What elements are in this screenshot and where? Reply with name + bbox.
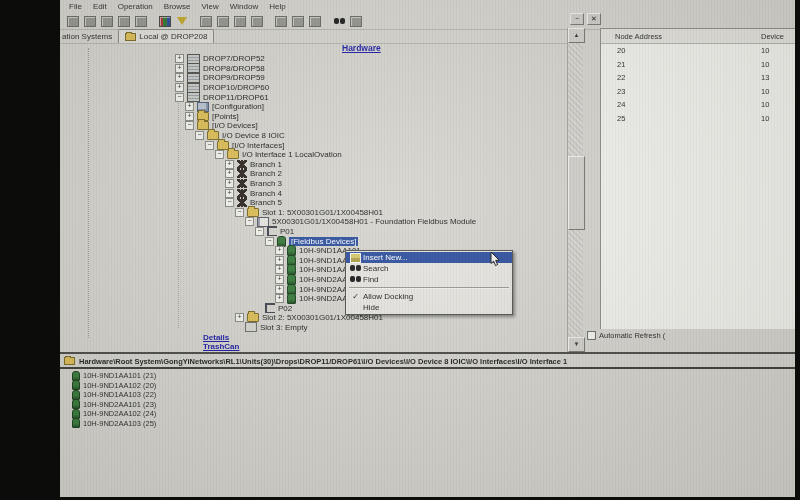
auto-refresh-checkbox[interactable]: [587, 331, 596, 340]
menu-view[interactable]: View: [202, 2, 219, 11]
expand-toggle-icon[interactable]: +: [275, 246, 284, 255]
node-table-row[interactable]: 2110: [601, 58, 795, 72]
tree-row[interactable]: −I/O Device 8 IOIC: [60, 131, 565, 141]
tab-local-drop[interactable]: Local @ DROP208: [118, 29, 214, 43]
tree-row[interactable]: +[Configuration]: [60, 102, 565, 112]
open-button[interactable]: [199, 15, 213, 28]
context-menu-item-search[interactable]: Search: [346, 263, 512, 274]
node-table-row[interactable]: 2410: [601, 98, 795, 112]
minimize-button[interactable]: −: [570, 13, 584, 25]
copy-button[interactable]: [117, 15, 131, 28]
menu-operation[interactable]: Operation: [118, 2, 153, 11]
context-menu-item-allow-docking[interactable]: ✓Allow Docking: [346, 291, 512, 302]
tree-row[interactable]: −Branch 5: [60, 198, 565, 208]
details-link[interactable]: Details: [60, 332, 565, 342]
pin-button[interactable]: [349, 15, 363, 28]
bottom-device-item[interactable]: 10H-9ND1AA102 (20): [72, 381, 156, 391]
tree-row[interactable]: −I/O Interface 1 LocalOvation: [60, 150, 565, 160]
tree-row[interactable]: +Branch 1: [60, 160, 565, 170]
col-node-address[interactable]: Node Address: [601, 32, 761, 41]
systems-tab-partial[interactable]: ation Systems: [62, 32, 112, 41]
bottom-device-item[interactable]: 10H-9ND2AA101 (23): [72, 400, 156, 410]
tree-row[interactable]: Slot 3: Empty: [60, 323, 565, 333]
expand-toggle-icon[interactable]: +: [275, 256, 284, 265]
menu-help[interactable]: Help: [269, 2, 285, 11]
filter-button[interactable]: [175, 15, 189, 28]
bottom-device-item[interactable]: 10H-9ND1AA101 (21): [72, 371, 156, 381]
bottom-device-item[interactable]: 10H-9ND2AA103 (25): [72, 419, 156, 429]
expand-toggle-icon[interactable]: −: [225, 198, 234, 207]
undo-button[interactable]: [83, 15, 97, 28]
binoculars-button[interactable]: [332, 15, 346, 28]
bottom-device-item[interactable]: 10H-9ND1AA103 (22): [72, 390, 156, 400]
tree-row[interactable]: +DROP9/DROP59: [60, 73, 565, 83]
expand-toggle-icon[interactable]: +: [225, 169, 234, 178]
expand-toggle-icon[interactable]: +: [225, 189, 234, 198]
expand-toggle-icon[interactable]: +: [185, 112, 194, 121]
expand-toggle-icon[interactable]: +: [275, 275, 284, 284]
bottom-panel-header[interactable]: Hardware\Root System\GongYiNetworks\RL1\…: [60, 355, 795, 369]
colors-button[interactable]: [158, 15, 172, 28]
expand-toggle-icon[interactable]: +: [235, 313, 244, 322]
print-button[interactable]: [66, 15, 80, 28]
search-doc-button[interactable]: [274, 15, 288, 28]
menu-browse[interactable]: Browse: [164, 2, 191, 11]
tree-row[interactable]: −P01: [60, 227, 565, 237]
tree-row[interactable]: −DROP11/DROP61: [60, 92, 565, 102]
expand-toggle-icon[interactable]: +: [275, 294, 284, 303]
tree-row[interactable]: +[Points]: [60, 112, 565, 122]
menu-edit[interactable]: Edit: [93, 2, 107, 11]
node-table-row[interactable]: 2310: [601, 85, 795, 99]
refresh-button[interactable]: [308, 15, 322, 28]
import-button[interactable]: [216, 15, 230, 28]
expand-toggle-icon[interactable]: −: [245, 217, 254, 226]
col-device[interactable]: Device: [761, 32, 784, 41]
expand-toggle-icon[interactable]: +: [175, 83, 184, 92]
close-button[interactable]: ✕: [587, 13, 601, 25]
delete-button[interactable]: [291, 15, 305, 28]
tree-row[interactable]: −Slot 1: 5X00301G01/1X00458H01: [60, 208, 565, 218]
expand-toggle-icon[interactable]: −: [175, 93, 184, 102]
tree-scrollbar[interactable]: ▲ ▼: [567, 28, 583, 352]
expand-toggle-icon[interactable]: −: [215, 150, 224, 159]
expand-toggle-icon[interactable]: +: [275, 265, 284, 274]
expand-toggle-icon[interactable]: +: [225, 179, 234, 188]
bottom-device-item[interactable]: 10H-9ND2AA102 (24): [72, 409, 156, 419]
tree-row[interactable]: +Branch 2: [60, 169, 565, 179]
tree-row[interactable]: +Branch 4: [60, 188, 565, 198]
tree-row[interactable]: −[I/O Interfaces]: [60, 140, 565, 150]
expand-toggle-icon[interactable]: +: [175, 64, 184, 73]
node-table-row[interactable]: 2510: [601, 112, 795, 126]
expand-toggle-icon[interactable]: +: [275, 285, 284, 294]
tree-row[interactable]: −[Fieldbus Devices]: [60, 236, 565, 246]
expand-toggle-icon[interactable]: −: [265, 237, 274, 246]
tree-row[interactable]: +Branch 3: [60, 179, 565, 189]
context-menu-item-insert-new---[interactable]: Insert New...: [346, 252, 512, 263]
expand-toggle-icon[interactable]: +: [185, 102, 194, 111]
node-table-row[interactable]: 2010: [601, 44, 795, 58]
menu-file[interactable]: File: [69, 2, 82, 11]
context-menu-item-hide[interactable]: Hide: [346, 302, 512, 313]
tree-row[interactable]: +DROP10/DROP60: [60, 83, 565, 93]
scroll-down-icon[interactable]: ▼: [568, 337, 585, 352]
tree-row[interactable]: −[I/O Devices]: [60, 121, 565, 131]
tree-row[interactable]: +DROP7/DROP52: [60, 54, 565, 64]
tree-row[interactable]: +DROP8/DROP58: [60, 64, 565, 74]
expand-toggle-icon[interactable]: −: [195, 131, 204, 140]
camera-button[interactable]: [250, 15, 264, 28]
expand-toggle-icon[interactable]: −: [235, 208, 244, 217]
clipboard-button[interactable]: [233, 15, 247, 28]
tree-row[interactable]: −5X00301G01/1X00458H01 - Foundation Fiel…: [60, 217, 565, 227]
context-menu-item-find[interactable]: Find: [346, 274, 512, 285]
expand-toggle-icon[interactable]: +: [175, 73, 184, 82]
expand-toggle-icon[interactable]: −: [205, 141, 214, 150]
expand-toggle-icon[interactable]: −: [185, 121, 194, 130]
trashcan-link[interactable]: TrashCan: [60, 342, 565, 352]
cut-button[interactable]: [100, 15, 114, 28]
menu-window[interactable]: Window: [230, 2, 258, 11]
expand-toggle-icon[interactable]: −: [255, 227, 264, 236]
expand-toggle-icon[interactable]: +: [175, 54, 184, 63]
scroll-up-icon[interactable]: ▲: [568, 28, 585, 43]
scrollbar-thumb[interactable]: [568, 156, 585, 230]
paste-button[interactable]: [134, 15, 148, 28]
